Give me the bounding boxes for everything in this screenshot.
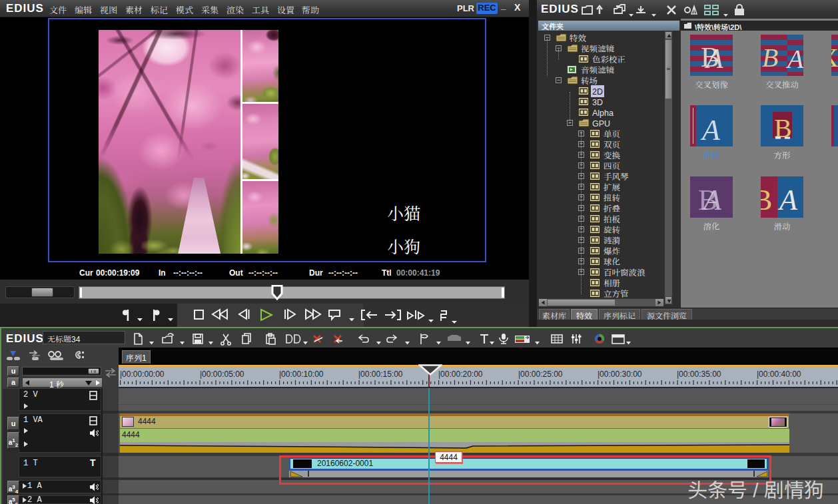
svg-text:B: B	[762, 43, 778, 73]
svg-text:A: A	[700, 114, 721, 146]
svg-text:A: A	[777, 184, 798, 216]
svg-text:A: A	[785, 44, 803, 74]
svg-text:A: A	[701, 184, 722, 216]
svg-text:X: X	[831, 43, 838, 73]
svg-text:B: B	[761, 184, 772, 216]
svg-text:A: A	[704, 43, 723, 74]
